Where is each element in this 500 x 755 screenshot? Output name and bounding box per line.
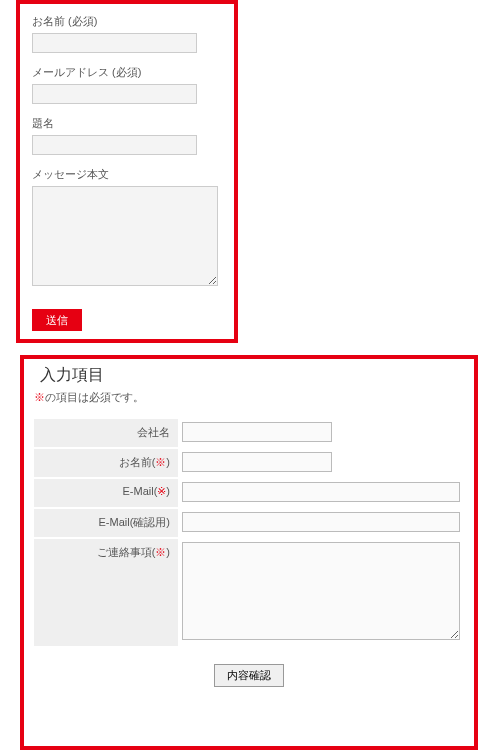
confirm-button[interactable]: 内容確認: [214, 664, 284, 687]
confirm-row: 内容確認: [34, 664, 464, 687]
contact-form-simple: お名前 (必須) メールアドレス (必須) 題名 メッセージ本文 送信: [16, 0, 238, 343]
input-email2[interactable]: [182, 482, 460, 502]
input-company[interactable]: [182, 422, 332, 442]
label-message2: ご連絡事項(※): [34, 539, 178, 646]
label-company: 会社名: [34, 419, 178, 447]
contact-form-table: 入力項目 ※の項目は必須です。 会社名 お名前(※) E-Mail(※) E-M…: [20, 355, 478, 750]
label-email2: E-Mail(※): [34, 479, 178, 507]
required-note: ※の項目は必須です。: [34, 390, 464, 405]
label-name2: お名前(※): [34, 449, 178, 477]
field-email: メールアドレス (必須): [32, 65, 222, 104]
required-text: の項目は必須です。: [45, 391, 144, 403]
label-subject: 題名: [32, 116, 222, 131]
textarea-message[interactable]: [32, 186, 218, 286]
required-mark: ※: [34, 391, 45, 403]
row-message: ご連絡事項(※): [34, 539, 464, 646]
input-name2[interactable]: [182, 452, 332, 472]
row-email: E-Mail(※): [34, 479, 464, 507]
input-email-confirm[interactable]: [182, 512, 460, 532]
form-heading: 入力項目: [34, 365, 464, 386]
textarea-message2[interactable]: [182, 542, 460, 640]
row-email-confirm: E-Mail(確認用): [34, 509, 464, 537]
row-name: お名前(※): [34, 449, 464, 477]
label-email: メールアドレス (必須): [32, 65, 222, 80]
label-email-confirm: E-Mail(確認用): [34, 509, 178, 537]
label-message: メッセージ本文: [32, 167, 222, 182]
label-name: お名前 (必須): [32, 14, 222, 29]
input-email[interactable]: [32, 84, 197, 104]
field-message: メッセージ本文: [32, 167, 222, 289]
field-subject: 題名: [32, 116, 222, 155]
field-name: お名前 (必須): [32, 14, 222, 53]
row-company: 会社名: [34, 419, 464, 447]
input-subject[interactable]: [32, 135, 197, 155]
input-name[interactable]: [32, 33, 197, 53]
submit-button[interactable]: 送信: [32, 309, 82, 331]
